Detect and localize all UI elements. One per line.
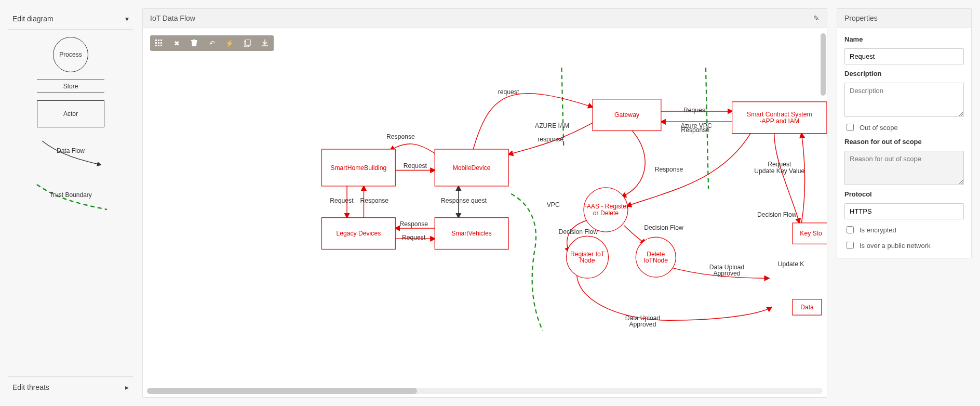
edit-threats-accordion[interactable]: Edit threats ▸: [8, 376, 133, 398]
app-root: Edit diagram ▾ Process Store Actor: [0, 0, 980, 406]
description-label: Description: [844, 70, 964, 77]
is-public-row[interactable]: Is over a public network: [844, 240, 964, 251]
reason-input: [844, 151, 964, 185]
svg-text:Node: Node: [580, 257, 595, 264]
properties-body: Name Description Out of scope Reason for…: [837, 28, 971, 258]
left-sidebar: Edit diagram ▾ Process Store Actor: [8, 8, 133, 398]
svg-rect-1: [158, 40, 159, 41]
description-input[interactable]: [844, 83, 964, 117]
is-public-checkbox[interactable]: [847, 242, 854, 249]
is-encrypted-row[interactable]: Is encrypted: [844, 225, 964, 235]
undo-icon[interactable]: ↶: [203, 35, 221, 51]
svg-text:Request: Request: [404, 162, 427, 169]
stencil-trust-label: Trust Boundary: [49, 191, 92, 199]
protocol-label: Protocol: [844, 190, 964, 198]
svg-text:Update Key Value: Update Key Value: [754, 167, 804, 175]
vertical-scrollbar[interactable]: [821, 33, 826, 382]
svg-text:Data: Data: [800, 304, 814, 311]
protocol-input[interactable]: [844, 203, 964, 219]
svg-text:Approved: Approved: [713, 270, 740, 277]
store-shape-icon: Store: [37, 80, 104, 93]
stencil-actor[interactable]: Actor: [8, 100, 133, 127]
svg-text:IoTNode: IoTNode: [643, 257, 668, 264]
svg-text:Gateway: Gateway: [614, 111, 640, 119]
horizontal-scrollbar[interactable]: [147, 388, 823, 394]
svg-text:Response: Response: [399, 220, 428, 228]
canvas-panel: IoT Data Flow ✎ ✖ ↶ ⚡ AZURE IAM: [142, 8, 827, 398]
svg-text:Approved: Approved: [629, 321, 656, 328]
bolt-icon[interactable]: ⚡: [221, 35, 238, 51]
stencil-trust-boundary[interactable]: Trust Boundary: [8, 178, 133, 215]
edit-diagram-accordion[interactable]: Edit diagram ▾: [8, 8, 133, 30]
svg-text:response: response: [538, 136, 563, 143]
stencil-store[interactable]: Store: [8, 80, 133, 93]
copy-icon[interactable]: [238, 35, 256, 51]
svg-text:Legacy Devices: Legacy Devices: [337, 230, 381, 237]
svg-text:Decision Flow: Decision Flow: [757, 211, 797, 218]
process-shape-icon: Process: [53, 37, 88, 72]
svg-text:-APP and IAM: -APP and IAM: [759, 117, 799, 125]
svg-text:Response quest: Response quest: [441, 197, 487, 204]
name-input[interactable]: [844, 48, 964, 64]
edit-threats-label: Edit threats: [12, 383, 49, 391]
stencil-data-flow[interactable]: Data Flow: [8, 135, 133, 171]
reason-label: Reason for out of scope: [844, 138, 964, 146]
properties-panel: Properties Name Description Out of scope…: [837, 8, 972, 258]
is-public-label: Is over a public network: [860, 242, 931, 250]
svg-text:AZURE IAM: AZURE IAM: [535, 122, 569, 129]
scrollbar-thumb[interactable]: [147, 388, 417, 394]
trust-shape-icon: Trust Boundary: [29, 178, 112, 215]
canvas-viewport[interactable]: ✖ ↶ ⚡ AZURE IAMAzure VPCVPC RequestRespo…: [143, 28, 827, 397]
stencil-actor-label: Actor: [63, 110, 78, 117]
out-of-scope-label: Out of scope: [860, 124, 898, 132]
svg-text:MobileDevice: MobileDevice: [453, 164, 491, 172]
is-encrypted-checkbox[interactable]: [847, 226, 854, 233]
edit-title-icon[interactable]: ✎: [813, 14, 820, 22]
stencil-process[interactable]: Process: [8, 37, 133, 72]
stencil-palette: Process Store Actor Data Flow: [8, 30, 133, 220]
diagram-svg[interactable]: AZURE IAMAzure VPCVPC RequestResponseReq…: [143, 28, 827, 339]
svg-rect-3: [155, 42, 157, 44]
canvas-title-bar: IoT Data Flow ✎: [143, 9, 827, 28]
scrollbar-thumb[interactable]: [821, 33, 826, 96]
is-encrypted-label: Is encrypted: [860, 226, 896, 234]
svg-text:Request: Request: [330, 197, 354, 204]
svg-text:Response: Response: [655, 166, 683, 173]
svg-text:Smart Contract System: Smart Contract System: [747, 111, 812, 118]
svg-text:SmartVehicles: SmartVehicles: [451, 230, 492, 237]
svg-text:Response: Response: [360, 197, 388, 204]
actor-shape-icon: Actor: [37, 100, 104, 127]
chevron-down-icon: ▾: [125, 15, 129, 23]
svg-text:Response: Response: [386, 133, 415, 140]
stencil-store-label: Store: [63, 83, 78, 90]
download-icon[interactable]: [256, 35, 274, 51]
svg-text:request: request: [498, 88, 519, 96]
svg-text:Key Sto: Key Sto: [800, 230, 822, 237]
svg-rect-10: [246, 40, 250, 45]
svg-rect-2: [160, 40, 162, 41]
out-of-scope-checkbox[interactable]: [847, 124, 854, 131]
svg-rect-0: [155, 40, 157, 41]
svg-text:Response: Response: [681, 126, 709, 134]
out-of-scope-row[interactable]: Out of scope: [844, 122, 964, 133]
close-icon[interactable]: ✖: [168, 35, 185, 51]
diagram-title: IoT Data Flow: [150, 14, 195, 22]
canvas-toolbar: ✖ ↶ ⚡: [150, 35, 274, 51]
svg-rect-8: [160, 45, 162, 46]
svg-text:Update K: Update K: [778, 260, 804, 268]
svg-text:Request: Request: [402, 234, 426, 241]
edit-diagram-label: Edit diagram: [12, 15, 53, 23]
trash-icon[interactable]: [185, 35, 203, 51]
svg-text:Decision Flow: Decision Flow: [559, 228, 598, 235]
name-label: Name: [844, 35, 964, 43]
properties-title: Properties: [837, 9, 971, 28]
svg-rect-6: [155, 45, 157, 46]
chevron-right-icon: ▸: [125, 383, 129, 391]
stencil-process-label: Process: [59, 51, 82, 58]
svg-rect-5: [160, 42, 162, 44]
flow-shape-icon: Data Flow: [34, 135, 107, 171]
svg-rect-7: [158, 45, 159, 46]
grid-toggle-button[interactable]: [150, 35, 168, 51]
stencil-flow-label: Data Flow: [57, 147, 85, 154]
svg-text:SmartHomeBuilding: SmartHomeBuilding: [330, 164, 386, 172]
